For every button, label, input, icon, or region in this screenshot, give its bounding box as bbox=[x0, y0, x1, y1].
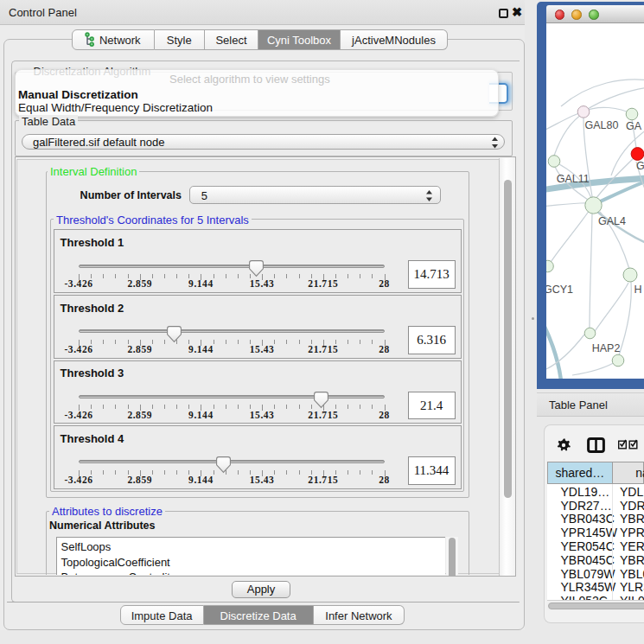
svg-text:G: G bbox=[636, 160, 644, 172]
svg-text:GAL11: GAL11 bbox=[557, 173, 590, 185]
svg-text:GAL80: GAL80 bbox=[585, 119, 619, 131]
svg-text:GCY1: GCY1 bbox=[546, 284, 573, 296]
svg-text:GA: GA bbox=[626, 120, 642, 132]
svg-text:HAP2: HAP2 bbox=[592, 342, 621, 354]
svg-text:H: H bbox=[634, 284, 642, 296]
svg-text:GAL4: GAL4 bbox=[598, 215, 626, 227]
